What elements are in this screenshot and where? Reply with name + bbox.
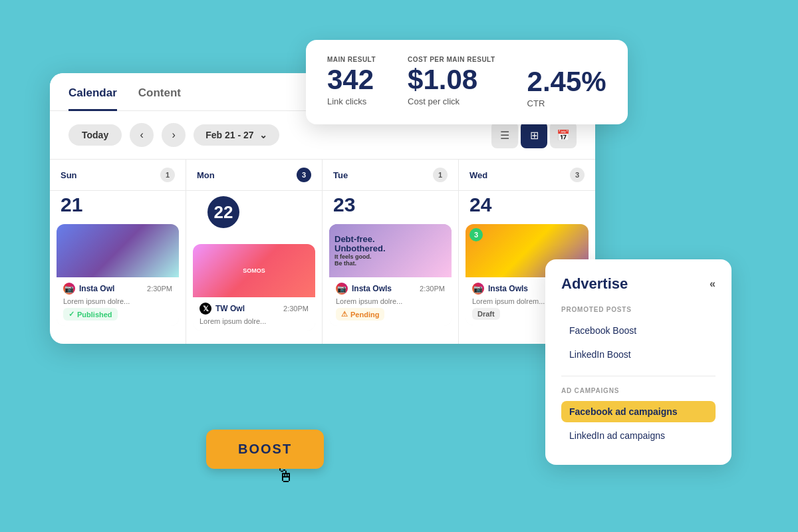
prev-button[interactable]: ‹ bbox=[130, 123, 154, 147]
cal-header-mon: Mon 3 bbox=[186, 160, 322, 191]
cal-col-mon: Mon 3 22 SOMOS 𝕏 TW Owl 2:30PM bbox=[186, 160, 323, 344]
ad-campaigns-label: AD CAMPAIGNS bbox=[561, 387, 716, 394]
post-info-sun: 📷 Insta Owl 2:30PM Lorem ipsum dolre... … bbox=[57, 277, 179, 326]
today-button[interactable]: Today bbox=[68, 124, 122, 146]
chevron-down-icon: ⌄ bbox=[259, 130, 267, 140]
date-range-label: Feb 21 - 27 bbox=[205, 130, 253, 140]
warning-icon: ⚠ bbox=[341, 310, 348, 319]
month-view-button[interactable]: 📅 bbox=[550, 122, 577, 148]
calendar-icon: 📅 bbox=[557, 129, 570, 142]
cal-badge-mon: 3 bbox=[297, 168, 311, 182]
stats-card: MAIN RESULT 342 Link clicks COST PER MAI… bbox=[306, 40, 628, 124]
status-badge-sun: ✓ Published bbox=[63, 308, 118, 321]
post-card-tue[interactable]: Debt-free.Unbothered. It feels good.Be t… bbox=[329, 224, 452, 326]
post-image-sun bbox=[57, 224, 179, 277]
cal-daynum-sun: 21 bbox=[50, 191, 186, 224]
stats-main-sub: Link clicks bbox=[327, 96, 376, 106]
post-meta-sun: 📷 Insta Owl 2:30PM bbox=[63, 283, 172, 295]
post-name-wed: Insta Owls bbox=[488, 284, 528, 293]
advertise-panel: Advertise « PROMOTED POSTS Facebook Boos… bbox=[545, 259, 732, 465]
stats-cost: COST PER MAIN RESULT $1.08 Cost per clic… bbox=[408, 56, 495, 106]
post-card-sun[interactable]: 📷 Insta Owl 2:30PM Lorem ipsum dolre... … bbox=[57, 224, 179, 326]
collapse-button[interactable]: « bbox=[710, 278, 716, 290]
post-image-mon: SOMOS bbox=[193, 244, 315, 297]
promoted-posts-label: PROMOTED POSTS bbox=[561, 306, 716, 313]
status-label-tue: Pending bbox=[350, 311, 379, 319]
stats-cost-value: $1.08 bbox=[408, 66, 495, 94]
cal-daynum-wed: 24 bbox=[459, 191, 595, 224]
advertise-title: Advertise bbox=[561, 275, 628, 293]
cal-day-name-wed: Wed bbox=[469, 170, 487, 180]
facebook-boost-item[interactable]: Facebook Boost bbox=[561, 320, 716, 341]
cal-header-wed: Wed 3 bbox=[459, 160, 595, 191]
grid-icon: ⊞ bbox=[530, 129, 539, 142]
post-time-mon: 2:30PM bbox=[283, 305, 309, 313]
cal-daynum-tue: 23 bbox=[323, 191, 458, 224]
post-desc-tue: Lorem ipsum dolre... bbox=[336, 297, 445, 305]
date-range-button[interactable]: Feb 21 - 27 ⌄ bbox=[194, 124, 279, 146]
cal-daynum-mon-wrap: 22 bbox=[186, 191, 322, 244]
cal-body-sun: 📷 Insta Owl 2:30PM Lorem ipsum dolre... … bbox=[50, 224, 186, 339]
status-label-wed: Draft bbox=[477, 310, 495, 318]
check-icon: ✓ bbox=[68, 310, 74, 319]
status-label-sun: Published bbox=[77, 311, 112, 319]
status-badge-wed: Draft bbox=[472, 308, 500, 320]
linkedin-boost-item[interactable]: LinkedIn Boost bbox=[561, 344, 716, 365]
cal-badge-wed: 3 bbox=[570, 168, 585, 182]
post-info-mon: 𝕏 TW Owl 2:30PM Lorem ipsum dolre... bbox=[193, 297, 315, 331]
stats-ctr-value: 2.45% bbox=[527, 68, 606, 96]
stats-cost-sub: Cost per click bbox=[408, 96, 495, 106]
post-name-sun: Insta Owl bbox=[79, 284, 114, 293]
post-desc-sun: Lorem ipsum dolre... bbox=[63, 297, 172, 305]
calendar-grid: Sun 1 21 📷 Insta Owl 2:30PM Lorem ipsum … bbox=[50, 159, 595, 344]
post-name-tue: Insta Owls bbox=[352, 284, 392, 293]
list-icon: ☰ bbox=[500, 129, 509, 142]
cal-day-name-sun: Sun bbox=[61, 170, 77, 180]
post-info-tue: 📷 Insta Owls 2:30PM Lorem ipsum dolre...… bbox=[329, 277, 452, 326]
tab-content[interactable]: Content bbox=[138, 86, 181, 111]
post-name-mon: TW Owl bbox=[215, 304, 245, 313]
facebook-ads-item[interactable]: Facebook ad campaigns bbox=[561, 401, 716, 422]
advertise-header: Advertise « bbox=[561, 275, 716, 293]
stats-ctr: 2.45% CTR bbox=[527, 56, 606, 108]
cal-header-sun: Sun 1 bbox=[50, 160, 186, 191]
cal-badge-tue: 1 bbox=[433, 168, 448, 182]
post-time-tue: 2:30PM bbox=[420, 285, 445, 293]
linkedin-ads-item[interactable]: LinkedIn ad campaigns bbox=[561, 425, 716, 446]
cal-badge-sun: 1 bbox=[160, 168, 175, 182]
cal-body-mon: SOMOS 𝕏 TW Owl 2:30PM Lorem ipsum dolre.… bbox=[186, 244, 322, 344]
list-view-button[interactable]: ☰ bbox=[491, 122, 518, 148]
stats-main-label: MAIN RESULT bbox=[327, 56, 376, 63]
next-button[interactable]: › bbox=[162, 123, 186, 147]
cal-col-sun: Sun 1 21 📷 Insta Owl 2:30PM Lorem ipsum … bbox=[50, 160, 186, 344]
stats-main-value: 342 bbox=[327, 66, 376, 94]
wed-badge: 3 bbox=[469, 228, 483, 241]
instagram-icon-sun: 📷 bbox=[63, 283, 75, 295]
grid-view-button[interactable]: ⊞ bbox=[521, 122, 547, 148]
post-card-mon[interactable]: SOMOS 𝕏 TW Owl 2:30PM Lorem ipsum dolre.… bbox=[193, 244, 315, 331]
tab-calendar[interactable]: Calendar bbox=[68, 86, 117, 111]
cal-day-name-mon: Mon bbox=[197, 170, 215, 180]
post-meta-mon: 𝕏 TW Owl 2:30PM bbox=[200, 303, 309, 315]
twitter-icon-mon: 𝕏 bbox=[200, 303, 211, 315]
advertise-divider bbox=[561, 376, 716, 376]
stats-main-result: MAIN RESULT 342 Link clicks bbox=[327, 56, 376, 106]
post-time-sun: 2:30PM bbox=[147, 285, 172, 293]
stats-ctr-sub: CTR bbox=[527, 98, 606, 108]
cal-body-tue: Debt-free.Unbothered. It feels good.Be t… bbox=[323, 224, 458, 339]
stats-cost-label: COST PER MAIN RESULT bbox=[408, 56, 495, 63]
status-badge-tue: ⚠ Pending bbox=[336, 308, 384, 321]
cal-header-tue: Tue 1 bbox=[323, 160, 458, 191]
cal-col-tue: Tue 1 23 Debt-free.Unbothered. It feels … bbox=[323, 160, 459, 344]
post-desc-mon: Lorem ipsum dolre... bbox=[200, 317, 309, 325]
post-image-tue: Debt-free.Unbothered. It feels good.Be t… bbox=[329, 224, 452, 277]
cal-day-name-tue: Tue bbox=[333, 170, 348, 180]
cal-daynum-mon: 22 bbox=[207, 196, 239, 228]
instagram-icon-tue: 📷 bbox=[336, 283, 348, 295]
instagram-icon-wed: 📷 bbox=[472, 283, 484, 295]
view-buttons: ☰ ⊞ 📅 bbox=[491, 122, 577, 148]
post-meta-tue: 📷 Insta Owls 2:30PM bbox=[336, 283, 445, 295]
boost-button[interactable]: BOOST bbox=[206, 430, 324, 469]
